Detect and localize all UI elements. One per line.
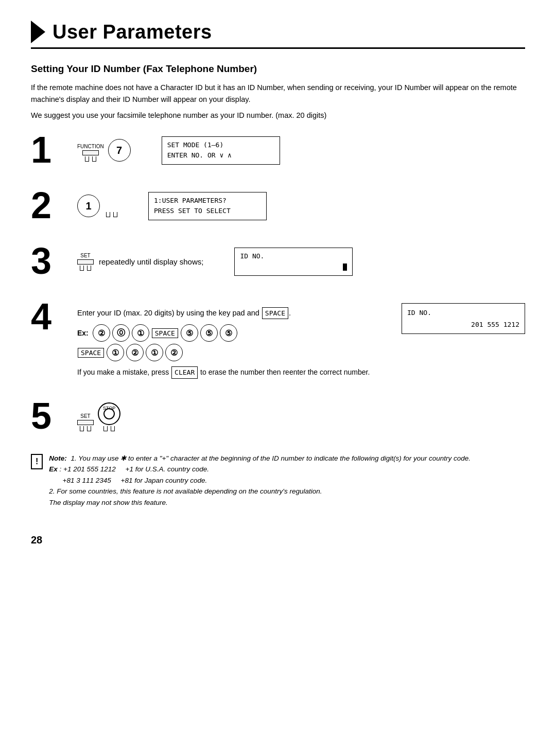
step-5-set-key-legs: [80, 426, 91, 431]
step-2-display-line2: PRESS SET TO SELECT: [154, 206, 261, 217]
page-header: User Parameters: [31, 21, 525, 49]
step-4-content: Enter your ID (max. 20 digits) by using …: [77, 298, 525, 379]
step-2-screen: 1:USER PARAMETERS? PRESS SET TO SELECT: [148, 192, 267, 221]
ex-key-2b: ②: [126, 344, 144, 361]
step-2-key-leg-left: [106, 212, 110, 217]
set-key-legs: [80, 266, 91, 271]
note-label: Note:: [49, 454, 67, 462]
function-key-label: FUNCTION: [77, 144, 104, 149]
ex-key-5a: ⑤: [181, 324, 198, 342]
step-2-display-line1: 1:USER PARAMETERS?: [154, 196, 261, 206]
set-key-body: [77, 259, 94, 265]
ex-label: Ex:: [77, 329, 89, 337]
step-3-cursor-line: [240, 261, 347, 272]
step-5-key-leg-left: [80, 426, 84, 431]
step-1-keys: FUNCTION 7: [77, 139, 131, 162]
step-5-set-key-body: [77, 420, 94, 425]
stop-label: STOP: [103, 406, 115, 411]
section-title: Setting Your ID Number (Fax Telephone Nu…: [31, 63, 525, 75]
step-4-number: 4: [31, 298, 72, 335]
ex-space-key-1: SPACE: [152, 328, 178, 338]
function-key-body: [82, 150, 99, 155]
ex-key-1: ①: [132, 324, 149, 342]
step-4-mistake-text: If you make a mistake, press CLEAR to er…: [77, 366, 376, 379]
step-3-cursor-icon: [343, 263, 347, 271]
note-icon: !: [31, 454, 43, 469]
steps-container: 1 FUNCTION 7 SET MODE (1–6) ENTER NO. OR…: [31, 131, 525, 434]
set-key-leg-right: [87, 266, 91, 271]
step-4-display: ID NO. 201 555 1212: [391, 303, 525, 335]
ex-key-0: ⓪: [112, 324, 130, 342]
step-5-set-key: SET: [77, 413, 94, 431]
step-1-display-line2: ENTER NO. OR ∨ ∧: [167, 150, 274, 161]
step-1-number: 1: [31, 131, 72, 168]
ex-key-1c: ①: [146, 344, 163, 361]
step-3-screen: ID NO.: [234, 248, 353, 276]
step-2-keys: 1: [77, 195, 117, 217]
step-3: 3 SET repeatedly until display shows; ID…: [31, 242, 525, 279]
intro-line1: If the remote machine does not have a Ch…: [31, 82, 525, 106]
step-2-circle-key: 1: [77, 195, 100, 217]
function-key-legs: [85, 156, 96, 162]
step-4-screen: ID NO. 201 555 1212: [402, 303, 525, 335]
function-key-leg-left: [85, 156, 89, 162]
clear-key: CLEAR: [171, 366, 198, 379]
stop-key-icon: STOP: [98, 402, 120, 425]
note-ex-text: : +1 201 555 1212 +1 for U.S.A. country …: [58, 465, 209, 473]
ex-key-5b: ⑤: [200, 324, 218, 342]
step-1-circle-key: 7: [108, 139, 131, 162]
step-5: 5 SET STOP: [31, 397, 525, 434]
ex-key-1b: ①: [107, 344, 124, 361]
step-5-content: SET STOP: [77, 397, 525, 431]
intro-line2: We suggest you use your facsimile teleph…: [31, 110, 525, 121]
step-2: 2 1 1:USER PARAMETERS? PRESS SET TO SELE…: [31, 187, 525, 224]
ex-space-key-2: SPACE: [78, 348, 104, 358]
step-1: 1 FUNCTION 7 SET MODE (1–6) ENTER NO. OR…: [31, 131, 525, 168]
ex-key-5c: ⑤: [220, 324, 237, 342]
step-3-display: ID NO.: [219, 248, 353, 276]
step-4-body: Enter your ID (max. 20 digits) by using …: [77, 303, 376, 379]
step-4-display-line2: 201 555 1212: [407, 319, 519, 330]
set-key: SET: [77, 253, 94, 271]
note-line1: 1. You may use ✱ to enter a "+" characte…: [71, 454, 471, 462]
stop-key-leg-left: [103, 426, 108, 431]
step-4: 4 Enter your ID (max. 20 digits) by usin…: [31, 298, 525, 379]
step-5-number: 5: [31, 397, 72, 434]
step-2-number: 2: [31, 187, 72, 224]
ex-key-2: ②: [93, 324, 110, 342]
space-key: SPACE: [262, 307, 288, 320]
step-1-screen: SET MODE (1–6) ENTER NO. OR ∨ ∧: [162, 136, 280, 165]
step-1-display: SET MODE (1–6) ENTER NO. OR ∨ ∧: [146, 136, 280, 165]
set-key-label: SET: [80, 253, 90, 258]
step-3-number: 3: [31, 242, 72, 279]
set-key-leg-left: [80, 266, 84, 271]
note-line2: 2. For some countries, this feature is n…: [49, 487, 322, 495]
step-5-key-leg-right: [87, 426, 91, 431]
note-body: Note: 1. You may use ✱ to enter a "+" ch…: [49, 453, 471, 508]
function-key-leg-right: [92, 156, 96, 162]
stop-key-leg-right: [111, 426, 115, 431]
note-section: ! Note: 1. You may use ✱ to enter a "+" …: [31, 453, 525, 508]
step-2-key-leg-right: [113, 212, 117, 217]
step-3-keys-text: SET repeatedly until display shows;: [77, 253, 203, 271]
note-ex-line2: +81 3 111 2345 +81 for Japan country cod…: [49, 477, 207, 484]
page-number: 28: [31, 534, 525, 546]
step-3-display-line1: ID NO.: [240, 251, 347, 262]
step-5-set-key-label: SET: [80, 413, 90, 419]
stop-key-legs: [103, 426, 115, 431]
note-ex-label: Ex: [49, 465, 58, 473]
step-2-display: 1:USER PARAMETERS? PRESS SET TO SELECT: [133, 192, 267, 221]
function-key: FUNCTION: [77, 144, 104, 162]
header-arrow-icon: [31, 21, 45, 43]
page-title: User Parameters: [53, 21, 212, 43]
step-2-content: 1 1:USER PARAMETERS? PRESS SET TO SELECT: [77, 187, 525, 221]
step-5-keys: SET STOP: [77, 402, 120, 431]
step-5-stop-key-group: STOP: [98, 402, 120, 431]
step-3-text: repeatedly until display shows;: [99, 257, 203, 266]
step-1-content: FUNCTION 7 SET MODE (1–6) ENTER NO. OR ∨…: [77, 131, 525, 165]
step-3-content: SET repeatedly until display shows; ID N…: [77, 242, 525, 276]
step-4-example-row1: Ex: ② ⓪ ① SPACE ⑤ ⑤ ⑤: [77, 324, 376, 342]
note-line3: The display may not show this feature.: [49, 499, 167, 506]
step-4-text1: Enter your ID (max. 20 digits) by using …: [77, 307, 376, 320]
ex-key-2c: ②: [165, 344, 183, 361]
